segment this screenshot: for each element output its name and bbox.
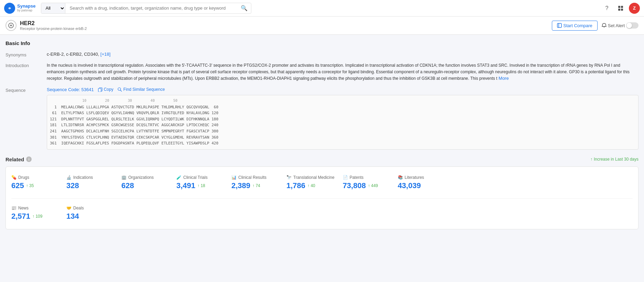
stat-increase: ↑ 35 [26,183,34,188]
sequence-row-item: 1 MELAALCRWG LLLALLPPGA ASTQVCTGTD MKLRL… [50,104,635,110]
stat-label: 🤝Deals [66,206,113,210]
svg-rect-9 [98,88,101,92]
stat-label-text: Organizations [128,175,154,180]
stat-icon: 💊 [11,175,17,180]
stat-number: 1,786 [286,181,305,190]
copy-label: Copy [104,87,113,92]
stat-item[interactable]: 📊Clinical Results2,389↑ 74 [231,172,286,193]
sequence-rows: 1 MELAALCRWG LLLALLPPGA ASTQVCTGTD MKLRL… [50,104,635,147]
synonyms-more-link[interactable]: [+18] [100,52,110,57]
start-compare-button[interactable]: Start Compare [552,21,598,31]
stat-icon: 🧪 [176,175,182,180]
stat-increase: ↑ 18 [197,183,205,188]
alert-toggle[interactable] [626,22,638,29]
stat-label-text: Drugs [18,175,29,180]
sequence-value: Sequence Code: 53641 Copy Find Similar S… [47,87,638,150]
sequence-code-link[interactable]: Sequence Code: 53641 [47,87,94,92]
synonyms-row: Synonyms c-ERB-2, c-ERB2, CD340, [+18] [6,52,638,57]
stat-value: 1,786↑ 40 [286,181,335,190]
stats-grid-row1: 💊Drugs625↑ 35🔬Indications328🏢Organizatio… [11,172,633,193]
sequence-row-item: 301 YNYLSTDVGS CTLVCPLHNQ EVTAEDGTQR CEK… [50,134,635,141]
logo-sub: by patsnap [17,9,35,12]
set-alert-button[interactable]: Set Alert [602,22,638,29]
stat-item[interactable]: 🤝Deals134 [66,203,121,224]
increase-arrow: ↑ [590,157,592,162]
stat-item[interactable]: 🏢Organizations628 [121,172,176,193]
toggle-knob [626,23,632,28]
stat-icon: 🔬 [66,175,72,180]
stat-label: 📊Clinical Results [231,175,278,180]
synonyms-text: c-ERB-2, c-ERB2, CD340, [47,52,99,57]
apps-button[interactable] [615,3,626,14]
related-title-text: Related [6,156,24,162]
stat-item[interactable]: 🔭Translational Medicine1,786↑ 40 [286,172,343,193]
stat-label-text: Deals [73,206,84,210]
stat-label-text: Literatures [405,175,424,180]
stat-icon: 🔭 [286,175,292,180]
related-info-badge[interactable]: i [26,156,32,162]
nav-icons: ? Z [601,3,640,14]
stat-label: 🔭Translational Medicine [286,175,335,180]
stat-item[interactable]: 📚Literatures43,039 [398,172,453,193]
sequence-label: Sequence [6,87,47,150]
stats-grid-row2: 📰News2,571↑ 109🤝Deals134 [11,198,633,224]
stat-label-text: Clinical Trials [183,175,208,180]
sequence-box[interactable]: 10 20 30 40 50 1 MELAALCRWG LLLALLPPGA A… [47,95,638,150]
related-header: Related i ↑ Increase in Last 30 days [6,156,638,162]
stat-label-text: Clinical Results [238,175,266,180]
synonyms-label: Synonyms [6,52,47,57]
logo-name: Synapse [17,4,35,9]
sequence-header: Sequence Code: 53641 Copy Find Similar S… [47,87,638,92]
introduction-label: Introduction [6,62,47,82]
help-button[interactable]: ? [601,3,612,14]
find-similar-button[interactable]: Find Similar Sequence [118,87,165,92]
sequence-row-item: 61 ELTYLPTNAS LSFLQDIQEV QGYVLIAHNQ VRQV… [50,110,635,116]
stat-icon: 🏢 [121,175,127,180]
logo[interactable]: Synapse by patsnap [4,3,35,14]
related-title: Related i [6,156,32,162]
stat-label: 💊Drugs [11,175,58,180]
stat-label: 🔬Indications [66,175,113,180]
sequence-wrapper: 10 20 30 40 50 1 MELAALCRWG LLLALLPPGA A… [47,95,638,150]
stat-item[interactable]: 📄Patents73,808↑ 449 [343,172,398,193]
svg-rect-1 [618,6,620,8]
main-content: Basic Info Synonyms c-ERB-2, c-ERB2, CD3… [0,35,644,235]
introduction-row: Introduction In the nucleus is involved … [6,62,638,82]
svg-point-10 [118,88,121,90]
stat-label-text: Patents [350,175,364,180]
increase-text: Increase in Last 30 days [594,157,638,162]
top-navigation: Synapse by patsnap All 🔍 ? Z [0,0,644,17]
entity-actions: Start Compare Set Alert [552,21,638,31]
sequence-row-item: 361 IQEFAGCKKI FGSLAFLPES FDGDPASNTA PLQ… [50,140,635,147]
search-icon[interactable]: 🔍 [237,5,251,11]
svg-rect-2 [621,6,623,8]
sequence-row: Sequence Sequence Code: 53641 Copy Fi [6,87,638,150]
avatar[interactable]: Z [629,3,640,14]
copy-button[interactable]: Copy [98,87,113,92]
stat-value: 3,491↑ 18 [176,181,223,190]
stat-item[interactable]: 📰News2,571↑ 109 [11,203,66,224]
search-input[interactable] [65,6,237,11]
search-filter-select[interactable]: All [41,3,65,13]
stat-icon: 📄 [343,175,348,180]
stat-label: 📰News [11,206,58,210]
stat-item[interactable]: 🔬Indications328 [66,172,121,193]
stat-value: 628 [121,181,168,190]
stat-number: 328 [66,181,79,190]
stat-item[interactable]: 🧪Clinical Trials3,491↑ 18 [176,172,231,193]
stat-label-text: Indications [73,175,93,180]
stat-number: 628 [121,181,134,190]
find-similar-label: Find Similar Sequence [123,87,165,92]
svg-rect-6 [557,23,561,28]
entity-header: HER2 Receptor tyrosine-protein kinase er… [0,17,644,35]
stat-increase: ↑ 74 [252,183,260,188]
stat-number: 625 [11,181,24,190]
stat-label-text: Translational Medicine [293,175,335,180]
stat-label: 📄Patents [343,175,390,180]
stat-item[interactable]: 💊Drugs625↑ 35 [11,172,66,193]
introduction-more-link[interactable]: More [499,76,509,81]
entity-subtitle: Receptor tyrosine-protein kinase erbB-2 [20,26,548,31]
stat-icon: 📊 [231,175,237,180]
svg-line-11 [120,90,122,91]
related-section: Related i ↑ Increase in Last 30 days 💊Dr… [6,156,638,229]
